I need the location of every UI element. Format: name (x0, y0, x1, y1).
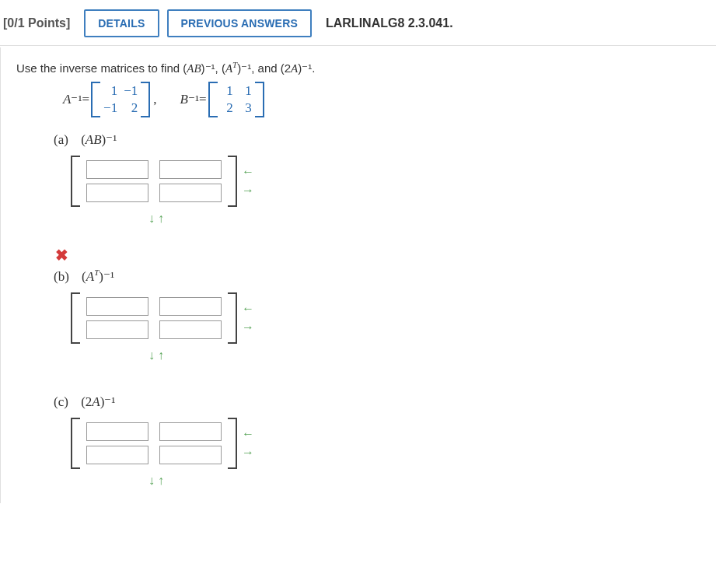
answer-cell-b-21[interactable] (86, 320, 148, 339)
equals: = (82, 92, 90, 107)
row-resize-arrows[interactable]: ← → (242, 166, 254, 197)
mat-cell: −1 (124, 83, 138, 99)
answer-matrix (71, 418, 237, 469)
answer-cell-a-21[interactable] (86, 184, 148, 202)
expr-seg: )⁻¹ (99, 269, 114, 284)
mat-cell: 3 (239, 100, 252, 116)
part-tag: (b) (54, 269, 69, 284)
answer-matrix (71, 292, 237, 344)
part-c-answer: ← → (71, 418, 716, 469)
answer-cell-c-21[interactable] (86, 446, 148, 464)
comma: , (153, 92, 156, 107)
add-row-icon[interactable]: ↓ (148, 348, 158, 362)
col-resize-arrows[interactable]: ↓↑ (148, 348, 716, 362)
remove-row-icon[interactable]: ↑ (158, 474, 167, 487)
expr-var: AB (86, 132, 102, 147)
part-a-label: (a) (AB)⁻¹ (54, 131, 716, 148)
add-column-icon[interactable]: → (242, 321, 254, 334)
part-c: (c) (2A)⁻¹ ← → ↓↑ (54, 394, 716, 488)
remove-row-icon[interactable]: ↑ (158, 348, 167, 362)
answer-matrix (71, 156, 237, 207)
equals: = (199, 92, 207, 107)
expr-var: A (92, 394, 100, 409)
answer-cell-a-11[interactable] (86, 160, 148, 179)
a-inverse-matrix: 1 −1 −1 2 (91, 82, 150, 117)
row-resize-arrows[interactable]: ← → (242, 303, 254, 334)
part-a: (a) (AB)⁻¹ ← → ↓↑ (54, 131, 716, 226)
answer-cell-a-12[interactable] (159, 160, 222, 179)
mat-cell: 2 (124, 100, 138, 116)
part-tag: (a) (54, 132, 68, 147)
a-inverse-exp: ⁻¹ (71, 92, 82, 108)
mat-cell: −1 (103, 100, 117, 116)
expr-seg: )⁻¹ (100, 394, 116, 409)
prompt-var: A (225, 62, 232, 75)
remove-column-icon[interactable]: ← (242, 166, 254, 178)
question-header: [0/1 Points] DETAILS PREVIOUS ANSWERS LA… (0, 0, 716, 46)
add-row-icon[interactable]: ↓ (148, 212, 158, 225)
mat-cell: 2 (221, 100, 233, 116)
prompt-seg: Use the inverse matrices to find ( (16, 61, 187, 75)
add-column-icon[interactable]: → (242, 446, 254, 459)
col-resize-arrows[interactable]: ↓↑ (148, 474, 716, 488)
remove-column-icon[interactable]: ← (242, 303, 254, 315)
prompt-seg: )⁻¹, and (2 (237, 61, 291, 75)
answer-cell-c-22[interactable] (159, 446, 222, 464)
b-inverse-matrix: 1 1 2 3 (208, 82, 264, 117)
prompt-seg: )⁻¹, ( (201, 61, 225, 75)
mat-cell: 1 (221, 83, 233, 99)
previous-answers-button[interactable]: PREVIOUS ANSWERS (167, 9, 312, 37)
prompt-var: AB (187, 62, 201, 75)
part-b-label: (b) (AT)⁻¹ (54, 268, 716, 285)
row-resize-arrows[interactable]: ← → (242, 428, 254, 459)
answer-cell-c-12[interactable] (159, 422, 222, 441)
prompt-var: A (291, 62, 298, 75)
remove-row-icon[interactable]: ↑ (158, 212, 167, 225)
mat-cell: 1 (103, 83, 117, 99)
points-label: [0/1 Points] (0, 16, 84, 30)
a-inverse-label: A (63, 92, 71, 107)
add-row-icon[interactable]: ↓ (148, 474, 158, 487)
answer-cell-b-22[interactable] (159, 320, 222, 339)
expr-seg: )⁻¹ (102, 132, 117, 147)
part-b-answer: ← → (71, 292, 716, 344)
part-a-answer: ← → (71, 156, 716, 207)
part-tag: (c) (54, 394, 68, 409)
part-b: (b) (AT)⁻¹ ← → ↓↑ (54, 268, 716, 362)
given-equations: A⁻¹ = 1 −1 −1 2 , B⁻¹ = 1 1 2 3 (63, 82, 716, 117)
answer-cell-b-11[interactable] (86, 297, 148, 316)
question-reference: LARLINALG8 2.3.041. (326, 16, 453, 30)
expr-seg: (2 (81, 394, 92, 409)
part-c-label: (c) (2A)⁻¹ (54, 394, 716, 410)
incorrect-icon: ✖ (55, 246, 716, 264)
answer-cell-c-11[interactable] (86, 422, 148, 441)
answer-cell-b-12[interactable] (159, 297, 222, 316)
expr-var: A (86, 269, 94, 284)
add-column-icon[interactable]: → (242, 184, 254, 197)
mat-cell: 1 (239, 83, 252, 99)
prompt-seg: )⁻¹. (298, 61, 315, 75)
b-inverse-label: B (180, 92, 188, 107)
prompt-text: Use the inverse matrices to find (AB)⁻¹,… (16, 60, 716, 75)
b-inverse-exp: ⁻¹ (188, 92, 199, 108)
answer-cell-a-22[interactable] (159, 184, 222, 202)
details-button[interactable]: DETAILS (84, 9, 159, 37)
col-resize-arrows[interactable]: ↓↑ (148, 212, 716, 226)
remove-column-icon[interactable]: ← (242, 428, 254, 440)
question-content: Use the inverse matrices to find (AB)⁻¹,… (0, 47, 716, 503)
